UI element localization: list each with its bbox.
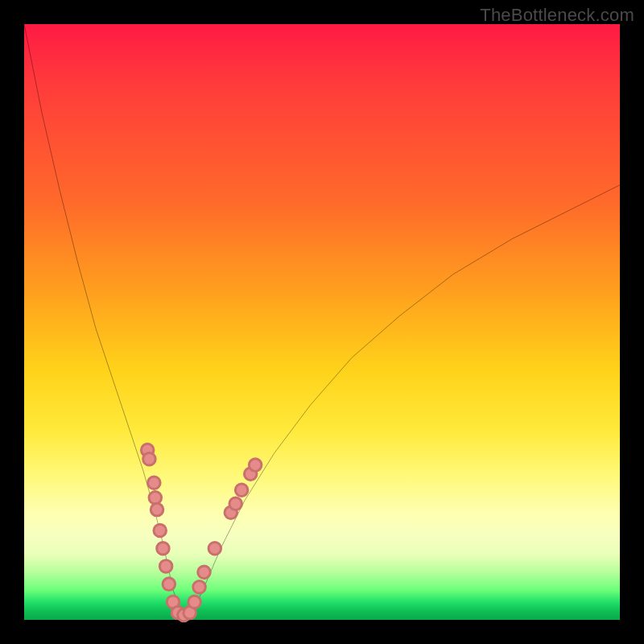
highlight-dot: [143, 452, 156, 465]
chart-plot-area: [24, 24, 620, 620]
highlight-dot: [159, 560, 172, 573]
highlight-dot: [193, 581, 206, 594]
highlight-dot: [198, 566, 211, 579]
chart-svg: [24, 24, 620, 620]
highlight-dot: [229, 497, 242, 510]
highlight-dot: [208, 542, 221, 555]
highlight-dot: [149, 492, 162, 505]
watermark-text: TheBottleneck.com: [480, 5, 634, 26]
highlight-dot: [188, 596, 201, 609]
outer-frame: TheBottleneck.com: [0, 0, 644, 644]
highlight-dots: [141, 444, 261, 621]
highlight-dot: [157, 542, 170, 555]
highlight-dot: [249, 459, 262, 472]
highlight-dot: [151, 503, 163, 516]
bottleneck-curve: [24, 24, 620, 614]
highlight-dot: [235, 484, 248, 497]
highlight-dot: [163, 578, 175, 591]
highlight-dot: [154, 524, 167, 537]
highlight-dot: [148, 477, 161, 489]
